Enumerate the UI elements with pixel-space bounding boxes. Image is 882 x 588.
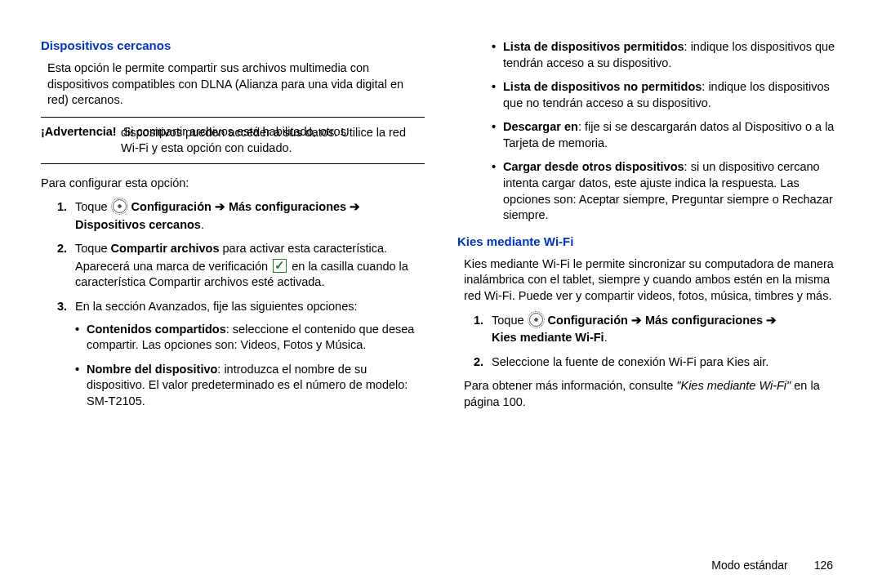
configure-label: Para configurar esta opción: [41, 176, 425, 192]
step-2: 2. Toque Compartir archivos para activar… [57, 241, 425, 291]
more-italic: "Kies mediante Wi-Fi" [676, 379, 791, 392]
continued-bullets: • Lista de dispositivos permitidos: indi… [492, 39, 841, 224]
s1-config: Configuración [548, 314, 628, 327]
step2-b: para activar esta característica. [220, 242, 388, 255]
page-number: 126 [814, 559, 833, 572]
settings-icon [113, 199, 127, 213]
step2-bold: Compartir archivos [111, 242, 220, 255]
bullet-body: Lista de dispositivos no permitidos: ind… [503, 79, 841, 111]
step-body: Seleccione la fuente de conexión Wi-Fi p… [492, 354, 841, 371]
step-body: Toque Configuración ➔ Más configuracione… [75, 199, 425, 233]
step-number: 2. [57, 241, 75, 291]
footer-section: Modo estándar [711, 559, 787, 572]
step-body: En la sección Avanzados, fije las siguie… [75, 299, 425, 417]
bullet-dot: • [75, 362, 87, 410]
step-number: 3. [57, 299, 75, 417]
right-column: • Lista de dispositivos permitidos: indi… [457, 33, 841, 555]
warning-body: dispositivos pueden acceder a sus datos.… [121, 125, 425, 157]
step3-bullets: • Contenidos compartidos: seleccione el … [75, 322, 425, 410]
step-1: 1. Toque Configuración ➔ Más configuraci… [57, 199, 425, 233]
bullet-no-permitidos: • Lista de dispositivos no permitidos: i… [492, 79, 841, 111]
s1-kies: Kies mediante Wi-Fi [492, 331, 604, 344]
step1-devices: Dispositivos cercanos [75, 218, 201, 231]
c1-bold: Lista de dispositivos permitidos [503, 40, 684, 53]
bullet-body: Cargar desde otros dispositivos: si un d… [503, 159, 841, 223]
step2-line2a: Aparecerá una marca de verificación [75, 260, 271, 273]
bullet-descargar: • Descargar en: fije si se descargarán d… [492, 119, 841, 151]
kies-step-2: 2. Seleccione la fuente de conexión Wi-F… [474, 354, 841, 371]
bullet-dot: • [492, 79, 503, 111]
step-number: 1. [57, 199, 75, 233]
kies-intro: Kies mediante Wi-Fi le permite sincroniz… [464, 256, 841, 305]
c3-bold: Descargar en [503, 120, 578, 133]
heading-dispositivos: Dispositivos cercanos [41, 38, 425, 54]
b2-bold: Nombre del dispositivo [87, 363, 217, 376]
step-number: 2. [474, 354, 492, 371]
page-footer: Modo estándar 126 [711, 559, 833, 572]
more-info: Para obtener más información, consulte "… [464, 378, 841, 410]
steps-list-right: 1. Toque Configuración ➔ Más configuraci… [474, 313, 841, 371]
c4-bold: Cargar desde otros dispositivos [503, 160, 684, 173]
bullet-body: Descargar en: fije si se descargarán dat… [503, 119, 841, 151]
bullet-permitidos: • Lista de dispositivos permitidos: indi… [492, 39, 841, 71]
bullet-dot: • [492, 159, 503, 223]
step1-pre: Toque [75, 200, 111, 213]
s1-more: Más configuraciones [645, 314, 763, 327]
step1-config: Configuración [131, 200, 212, 213]
step3-text: En la sección Avanzados, fije las siguie… [75, 300, 358, 313]
heading-kies: Kies mediante Wi-Fi [457, 234, 841, 250]
kies-step-1: 1. Toque Configuración ➔ Más configuraci… [474, 313, 841, 346]
bullet-nombre: • Nombre del dispositivo: introduzca el … [75, 362, 425, 410]
b1-bold: Contenidos compartidos [87, 323, 226, 336]
bullet-contenidos: • Contenidos compartidos: seleccione el … [75, 322, 425, 354]
step-body: Toque Configuración ➔ Más configuracione… [492, 313, 841, 346]
step1-more: Más configuraciones [229, 200, 346, 213]
step-number: 1. [474, 313, 492, 346]
intro-paragraph: Esta opción le permite compartir sus arc… [47, 60, 425, 109]
bullet-body: Contenidos compartidos: seleccione el co… [87, 322, 425, 354]
more-a: Para obtener más información, consulte [464, 379, 676, 392]
bullet-body: Lista de dispositivos permitidos: indiqu… [503, 39, 841, 71]
warning-label: ¡Advertencia! [41, 125, 117, 138]
step-3: 3. En la sección Avanzados, fije las sig… [57, 299, 425, 417]
bullet-dot: • [492, 39, 503, 71]
s1-pre: Toque [492, 314, 528, 327]
steps-list-left: 1. Toque Configuración ➔ Más configuraci… [57, 199, 425, 417]
arrow-icon: ➔ [212, 200, 229, 213]
left-column: Dispositivos cercanos Esta opción le per… [41, 33, 425, 555]
settings-icon [529, 313, 543, 327]
bullet-body: Nombre del dispositivo: introduzca el no… [87, 362, 425, 410]
warning-box: ¡Advertencia! Si compartir archivos está… [41, 117, 425, 164]
step2-a: Toque [75, 242, 111, 255]
checkmark-icon [273, 259, 287, 273]
arrow-icon: ➔ [763, 314, 777, 327]
bullet-dot: • [492, 119, 503, 151]
bullet-cargar: • Cargar desde otros dispositivos: si un… [492, 159, 841, 223]
arrow-icon: ➔ [346, 200, 360, 213]
step-body: Toque Compartir archivos para activar es… [75, 241, 425, 291]
arrow-icon: ➔ [628, 314, 645, 327]
c2-bold: Lista de dispositivos no permitidos [503, 80, 702, 93]
bullet-dot: • [75, 322, 87, 354]
